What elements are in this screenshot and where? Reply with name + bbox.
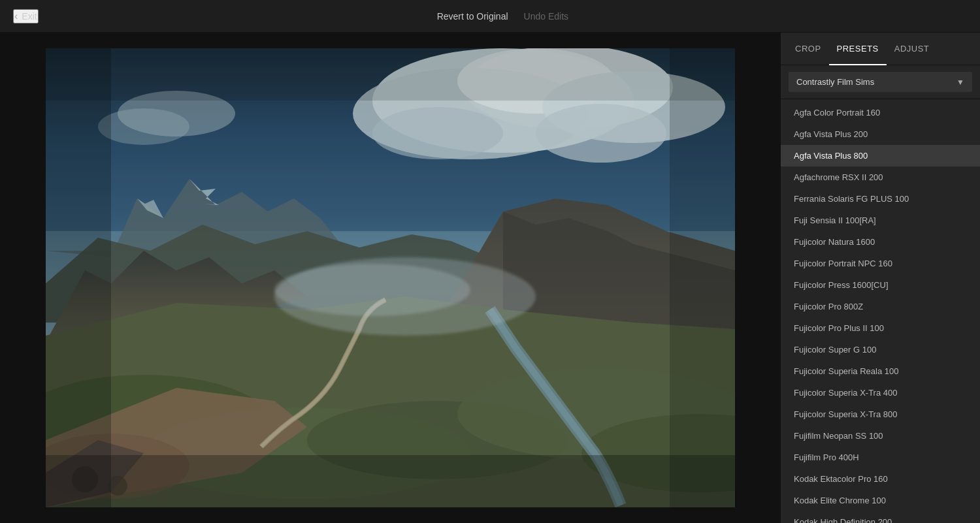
list-item[interactable]: Agfa Vista Plus 200 [781, 123, 980, 145]
list-item[interactable]: Fujicolor Press 1600[CU] [781, 274, 980, 296]
list-item[interactable]: Kodak Elite Chrome 100 [781, 490, 980, 511]
right-panel: CROP PRESETS ADJUST Contrastly Film Sims… [781, 33, 980, 523]
list-item[interactable]: Kodak High Definition 200 [781, 511, 980, 523]
preset-dropdown-container: Contrastly Film Sims ▼ [781, 65, 980, 99]
list-item[interactable]: Agfa Color Portrait 160 [781, 102, 980, 123]
list-item[interactable]: Fujicolor Natura 1600 [781, 231, 980, 253]
photo-svg [46, 48, 735, 507]
photo-canvas [46, 48, 735, 507]
list-item[interactable]: Fujicolor Super G 100 [781, 339, 980, 360]
topbar-left: ‹ Exit [13, 9, 39, 24]
back-chevron-icon: ‹ [14, 10, 18, 22]
list-item[interactable]: Fujicolor Superia Reala 100 [781, 360, 980, 382]
list-item[interactable]: Kodak Ektacolor Pro 160 [781, 468, 980, 490]
svg-rect-35 [46, 48, 735, 507]
list-item[interactable]: Ferrania Solaris FG PLUS 100 [781, 188, 980, 210]
list-item[interactable]: Fujicolor Superia X-Tra 400 [781, 382, 980, 404]
list-item[interactable]: Agfachrome RSX II 200 [781, 166, 980, 188]
revert-to-original-button[interactable]: Revert to Original [437, 11, 508, 22]
exit-button[interactable]: ‹ Exit [13, 9, 39, 24]
list-item[interactable]: Agfa Vista Plus 800 [781, 145, 980, 166]
list-item[interactable]: Fujicolor Pro 800Z [781, 296, 980, 317]
image-area [0, 33, 781, 523]
preset-dropdown[interactable]: Contrastly Film Sims ▼ [789, 72, 972, 92]
tab-crop[interactable]: CROP [787, 33, 829, 65]
tab-presets[interactable]: PRESETS [829, 33, 887, 65]
main-content: CROP PRESETS ADJUST Contrastly Film Sims… [0, 33, 980, 523]
chevron-down-icon: ▼ [956, 78, 964, 87]
list-item[interactable]: Fuji Sensia II 100[RA] [781, 210, 980, 231]
list-item[interactable]: Fujicolor Superia X-Tra 800 [781, 404, 980, 425]
exit-label: Exit [22, 11, 37, 22]
list-item[interactable]: Fujifilm Pro 400H [781, 447, 980, 468]
topbar-center: Revert to Original Undo Edits [437, 11, 568, 22]
preset-dropdown-label: Contrastly Film Sims [796, 77, 874, 87]
undo-edits-button[interactable]: Undo Edits [524, 11, 568, 22]
list-item[interactable]: Fujifilm Neopan SS 100 [781, 425, 980, 447]
tab-adjust[interactable]: ADJUST [887, 33, 938, 65]
panel-tabs: CROP PRESETS ADJUST [781, 33, 980, 65]
preset-list[interactable]: Agfa Color Portrait 160Agfa Vista Plus 2… [781, 99, 980, 523]
list-item[interactable]: Fujicolor Portrait NPC 160 [781, 253, 980, 274]
top-bar: ‹ Exit Revert to Original Undo Edits [0, 0, 980, 33]
list-item[interactable]: Fujicolor Pro Plus II 100 [781, 317, 980, 339]
